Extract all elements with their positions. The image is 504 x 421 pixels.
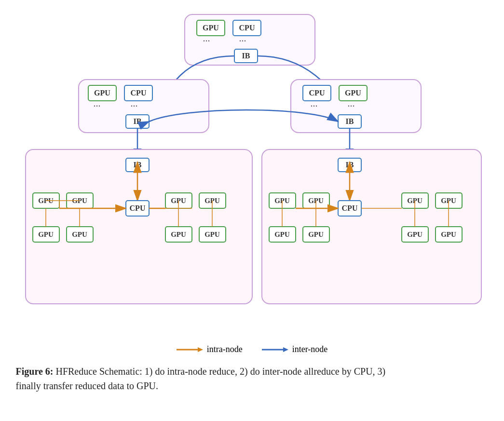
legend-inter-node: inter-node: [262, 344, 328, 354]
bottom-left-ib-label: IB: [133, 161, 141, 169]
top-gpu-label: GPU: [203, 24, 219, 32]
intra-node-label: intra-node: [207, 344, 243, 354]
right-mid-gpu-label: GPU: [345, 89, 361, 97]
bl-gpu8: GPU: [204, 231, 220, 238]
top-dots-gpu: ···: [203, 36, 210, 46]
right-mid-ib-label: IB: [345, 117, 354, 125]
bl-gpu6: GPU: [72, 231, 87, 238]
figure-caption: Figure 6: HFReduce Schematic: 1) do intr…: [16, 364, 392, 393]
br-gpu7: GPU: [407, 231, 422, 238]
inter-node-arrow-svg: [262, 346, 288, 353]
legend-intra-node: intra-node: [177, 344, 243, 354]
bl-gpu5: GPU: [38, 231, 54, 238]
br-gpu5: GPU: [274, 231, 290, 238]
left-mid-gpu-label: GPU: [94, 89, 110, 97]
svg-marker-64: [283, 347, 288, 352]
left-mid-dots-cpu: ···: [130, 101, 137, 111]
top-ib-label: IB: [242, 52, 250, 60]
bottom-left-cpu-label: CPU: [129, 204, 145, 212]
diagram-svg: GPU CPU ··· ··· IB GPU CPU ··· ··· IB: [16, 10, 489, 338]
top-cpu-label: CPU: [239, 24, 255, 32]
bottom-right-cpu-label: CPU: [341, 204, 357, 212]
right-mid-cpu-label: CPU: [309, 89, 325, 97]
top-dots-cpu: ···: [239, 36, 246, 46]
br-gpu8: GPU: [441, 231, 456, 238]
br-gpu6: GPU: [308, 231, 324, 238]
inter-node-label: inter-node: [292, 344, 328, 354]
left-mid-dots-gpu: ···: [93, 101, 100, 111]
intra-node-arrow-svg: [177, 346, 203, 353]
diagram-container: GPU CPU ··· ··· IB GPU CPU ··· ··· IB: [16, 10, 489, 393]
caption-text: HFReduce Schematic: 1) do intra-node red…: [16, 366, 386, 391]
figure-label: Figure 6:: [16, 366, 54, 377]
right-mid-dots-cpu: ···: [310, 101, 317, 111]
bl-gpu7: GPU: [171, 231, 186, 238]
svg-marker-62: [198, 347, 203, 352]
bottom-right-ib-label: IB: [345, 161, 354, 169]
legend: intra-node inter-node: [16, 344, 489, 354]
left-mid-cpu-label: CPU: [130, 89, 146, 97]
left-mid-ib-label: IB: [133, 117, 141, 125]
right-mid-dots-gpu: ···: [347, 101, 354, 111]
